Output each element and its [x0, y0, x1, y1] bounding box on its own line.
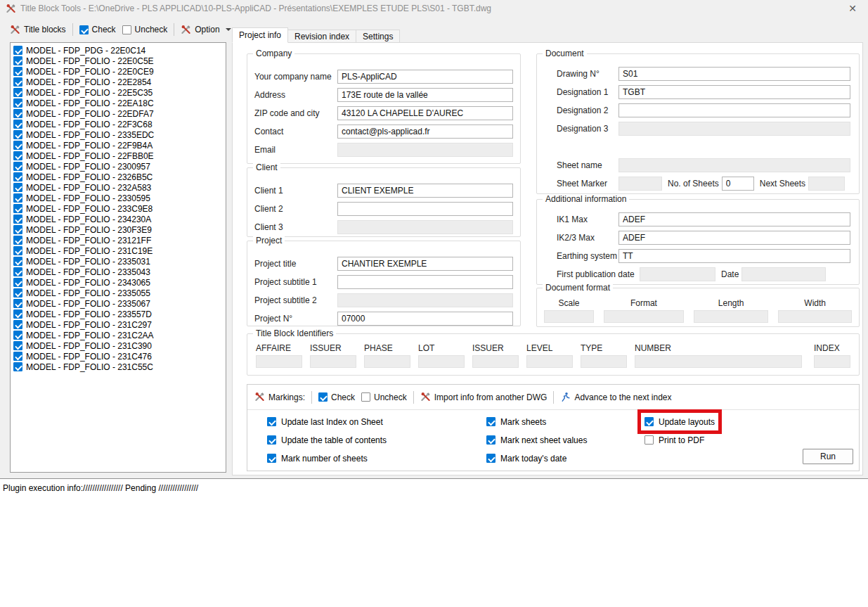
model-item[interactable]: MODEL - FDP_PDG - 22E0C14: [12, 45, 224, 56]
marking-option[interactable]: Mark today's date: [486, 453, 587, 464]
checkbox[interactable]: [13, 67, 22, 76]
model-item[interactable]: MODEL - FDP_FOLIO - 231C19E: [12, 245, 224, 256]
uncheck-checkbox[interactable]: [122, 25, 131, 34]
import-info-button[interactable]: Import info from another DWG: [420, 392, 548, 402]
checkbox[interactable]: [13, 193, 22, 203]
model-item[interactable]: MODEL - FDP_FOLIO - 231C476: [12, 351, 224, 362]
checkbox[interactable]: [267, 454, 276, 463]
checkbox[interactable]: [13, 141, 22, 150]
checkbox[interactable]: [644, 417, 654, 426]
model-item[interactable]: MODEL - FDP_FOLIO - 2343065: [12, 277, 224, 288]
model-item[interactable]: MODEL - FDP_FOLIO - 231C297: [12, 319, 224, 330]
checkbox[interactable]: [13, 98, 22, 108]
checkbox[interactable]: [13, 151, 22, 160]
checkbox[interactable]: [13, 183, 22, 192]
field-input[interactable]: [337, 312, 513, 326]
model-item[interactable]: MODEL - FDP_FOLIO - 231C2AA: [12, 330, 224, 340]
marking-option[interactable]: Mark sheets: [486, 416, 587, 427]
model-item[interactable]: MODEL - FDP_FOLIO - 231C390: [12, 340, 224, 351]
field-input[interactable]: [618, 249, 850, 263]
tab-project-info[interactable]: Project info: [232, 27, 288, 43]
option-dropdown[interactable]: Option: [181, 25, 231, 35]
model-item[interactable]: MODEL - FDP_FOLIO - 23121FF: [12, 235, 224, 245]
checkbox[interactable]: [13, 225, 22, 234]
checkbox[interactable]: [13, 77, 22, 87]
field-input[interactable]: [618, 212, 850, 226]
checkbox[interactable]: [13, 120, 22, 129]
model-item[interactable]: MODEL - FDP_FOLIO - 22F3C68: [12, 119, 224, 129]
checkbox[interactable]: [13, 267, 22, 276]
field-input[interactable]: [337, 275, 513, 289]
model-item[interactable]: MODEL - FDP_FOLIO - 22E0C5E: [12, 56, 224, 66]
title-blocks-button[interactable]: Title blocks: [10, 25, 66, 35]
model-item[interactable]: MODEL - FDP_FOLIO - 22E2854: [12, 77, 224, 87]
field-input[interactable]: [337, 124, 513, 139]
checkbox[interactable]: [13, 204, 22, 213]
field-input[interactable]: [618, 103, 850, 117]
model-item[interactable]: MODEL - FDP_FOLIO - 2335031: [12, 256, 224, 267]
model-item[interactable]: MODEL - FDP_FOLIO - 2330595: [12, 193, 224, 203]
model-item[interactable]: MODEL - FDP_FOLIO - 2335EDC: [12, 129, 224, 140]
marking-option[interactable]: Update last Index on Sheet: [267, 416, 387, 427]
field-input[interactable]: [618, 67, 850, 81]
markings-uncheck-toggle[interactable]: Uncheck: [361, 392, 407, 402]
field-input[interactable]: [618, 231, 850, 245]
markings-uncheck-checkbox[interactable]: [361, 392, 370, 402]
checkbox[interactable]: [13, 88, 22, 97]
model-item[interactable]: MODEL - FDP_FOLIO - 233C9E8: [12, 203, 224, 214]
checkbox[interactable]: [13, 278, 22, 287]
checkbox[interactable]: [13, 246, 22, 255]
model-item[interactable]: MODEL - FDP_FOLIO - 2300957: [12, 161, 224, 172]
markings-check-checkbox[interactable]: [318, 392, 328, 402]
advance-next-index-button[interactable]: Advance to the next index: [560, 392, 671, 402]
model-item[interactable]: MODEL - FDP_FOLIO - 230F3E9: [12, 224, 224, 235]
model-item[interactable]: MODEL - FDP_FOLIO - 22FBB0E: [12, 151, 224, 161]
model-item[interactable]: MODEL - FDP_FOLIO - 2335043: [12, 267, 224, 277]
checkbox[interactable]: [486, 454, 495, 463]
checkbox[interactable]: [13, 341, 22, 350]
checkbox[interactable]: [267, 435, 276, 445]
marking-option[interactable]: Mark number of sheets: [267, 453, 387, 464]
checkbox[interactable]: [13, 299, 22, 308]
checkbox[interactable]: [13, 257, 22, 266]
checkbox[interactable]: [486, 417, 495, 426]
model-item[interactable]: MODEL - FDP_FOLIO - 232A583: [12, 182, 224, 193]
checkbox[interactable]: [13, 162, 22, 171]
model-item[interactable]: MODEL - FDP_FOLIO - 2335067: [12, 298, 224, 309]
model-item[interactable]: MODEL - FDP_FOLIO - 2326B5C: [12, 172, 224, 182]
checkbox[interactable]: [486, 435, 495, 445]
no-of-sheets-input[interactable]: [722, 177, 754, 191]
close-icon[interactable]: ✕: [843, 3, 862, 14]
checkbox[interactable]: [13, 362, 22, 371]
checkbox[interactable]: [13, 215, 22, 224]
field-input[interactable]: [337, 257, 513, 271]
checkbox[interactable]: [13, 320, 22, 329]
model-item[interactable]: MODEL - FDP_FOLIO - 233557D: [12, 309, 224, 319]
model-item[interactable]: MODEL - FDP_FOLIO - 234230A: [12, 214, 224, 224]
tab-settings[interactable]: Settings: [356, 30, 400, 43]
field-input[interactable]: [337, 70, 513, 84]
model-item[interactable]: MODEL - FDP_FOLIO - 2335055: [12, 288, 224, 298]
field-input[interactable]: [337, 106, 513, 120]
checkbox[interactable]: [644, 435, 654, 445]
checkbox[interactable]: [267, 417, 276, 426]
checkbox[interactable]: [13, 109, 22, 118]
checkbox[interactable]: [13, 172, 22, 181]
marking-option[interactable]: Mark next sheet values: [486, 435, 587, 445]
checkbox[interactable]: [13, 288, 22, 298]
checkbox[interactable]: [13, 130, 22, 139]
check-checkbox[interactable]: [79, 25, 89, 34]
model-item[interactable]: MODEL - FDP_FOLIO - 22F9B4A: [12, 140, 224, 151]
field-input[interactable]: [337, 184, 513, 198]
marking-option[interactable]: Print to PDF: [644, 435, 715, 445]
field-input[interactable]: [337, 202, 513, 216]
model-item[interactable]: MODEL - FDP_FOLIO - 22EA18C: [12, 98, 224, 108]
checkbox[interactable]: [13, 309, 22, 319]
field-input[interactable]: [337, 88, 513, 102]
run-button[interactable]: Run: [803, 449, 853, 464]
uncheck-toggle[interactable]: Uncheck: [122, 25, 168, 34]
checkbox[interactable]: [13, 331, 22, 340]
model-item[interactable]: MODEL - FDP_FOLIO - 231C55C: [12, 362, 224, 372]
model-item[interactable]: MODEL - FDP_FOLIO - 22E0CE9: [12, 66, 224, 77]
checkbox[interactable]: [13, 56, 22, 65]
